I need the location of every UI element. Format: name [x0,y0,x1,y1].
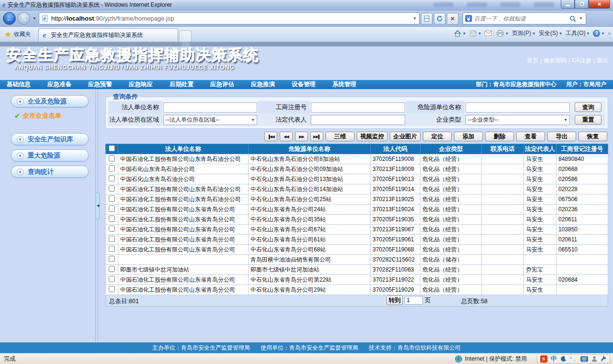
row-checkbox[interactable] [109,205,115,212]
favorites-button[interactable]: ★ 收藏夹 [0,27,36,42]
hazard-name-input[interactable] [465,102,570,113]
delete-button[interactable]: 删除 [485,132,514,141]
row-checkbox[interactable] [109,185,115,192]
table-row[interactable]: 中国石油化工股份有限公司山东省青岛分公司中石化山东省青岛分公司67站370213… [106,225,608,235]
safety-menu[interactable]: 安全(S)▾ [539,29,561,37]
three-d-button[interactable]: 三维 [326,132,354,141]
punctuation-icon[interactable]: °， [570,355,577,363]
row-checkbox[interactable] [109,226,115,232]
help-menu[interactable]: ?▾ [593,30,603,37]
menu-emergency-warning[interactable]: 应急预警 [88,80,112,89]
col-corp-code[interactable]: 法人代码 [371,144,420,154]
tools-menu[interactable]: 工具(O)▾ [566,29,589,37]
restore-button[interactable] [575,0,589,9]
corp-name-input[interactable] [163,102,257,113]
menu-equipment-mgmt[interactable]: 设备管理 [292,80,316,89]
refresh-button[interactable] [434,13,445,24]
chinese-mode-icon[interactable]: 中 [551,354,557,363]
forward-button[interactable]: → [17,12,30,25]
wrench-icon[interactable] [601,356,607,362]
browser-tab[interactable]: e 安全生产应急救援指挥辅助决策系统 [38,28,178,42]
address-bar[interactable]: e http://localhost:90/yjzh/frame/homepag… [39,12,420,24]
menu-system-mgmt[interactable]: 系统管理 [332,80,356,89]
add-button[interactable]: 添加 [454,132,483,141]
row-checkbox[interactable] [109,195,115,202]
row-checkbox[interactable] [109,165,115,171]
row-checkbox[interactable] [109,236,115,242]
legal-rep-input[interactable] [311,115,405,125]
table-row[interactable]: 中国石油化工股份有限公司山东省青岛分公司中石化山东省青岛分公司29站370205… [106,285,608,295]
row-checkbox[interactable] [109,155,115,161]
link-logout[interactable]: 退出 [597,57,608,65]
table-row[interactable]: 中国石油化工股份有限公司山东省青岛分公司中石化山东省青岛分公司24站370213… [106,205,608,215]
row-checkbox[interactable] [109,216,115,222]
table-row[interactable]: 青岛田横中油油品销售有限公司370282C115602危化品（储存） [106,255,608,265]
col-enterprise-type[interactable]: 企业类型 [420,144,482,154]
sogou-icon[interactable]: S [540,355,547,363]
sidebar-group-safety-knowledge[interactable]: ∨ 安全生产知识库 [11,133,89,145]
prev-page-button[interactable]: ◀◀ [280,132,293,141]
table-row[interactable]: 中国石化山东青岛石油分公司中石化山东青岛石油分公司09加油站370213F119… [106,164,608,174]
col-business-reg-no[interactable]: 工商登记注册号 [556,144,608,154]
view-button[interactable]: 查看 [516,132,545,141]
search-button[interactable]: 查询 [575,102,602,112]
enterprise-type-select[interactable]: --企业类型--▼ [465,115,570,125]
row-checkbox[interactable] [109,286,115,292]
new-tab-stub[interactable] [179,30,192,42]
search-dropdown-icon[interactable]: ▼ [579,16,583,21]
page-menu[interactable]: 页面(P)▾ [512,29,534,37]
row-checkbox[interactable] [109,276,115,282]
page-number-input[interactable] [405,296,423,305]
reg-no-input[interactable] [311,102,405,113]
col-phone[interactable]: 联系电话 [482,144,524,154]
sidebar-group-enterprise-hazard[interactable]: ∨ 企业及危险源 [11,95,89,107]
search-magnifier-icon[interactable] [569,15,576,22]
home-button[interactable]: ▾ [454,30,465,37]
mail-button[interactable] [485,30,492,37]
locate-button[interactable]: 定位 [423,132,452,141]
menu-emergency-prep[interactable]: 应急准备 [47,80,71,89]
table-row[interactable]: 中国石化山东青岛石油分公司中石化山东青岛石油分公司13加油站370205F119… [106,174,608,184]
row-checkbox[interactable] [109,175,115,182]
table-row[interactable]: 中国石油化工股份有限公司山东青岛石油分公司中石化山东青岛石油分公司25站3702… [106,194,608,205]
table-row[interactable]: 中国石油化工股份有限公司山东省青岛分公司中石化山东省青岛分公司61站370205… [106,235,608,245]
sidebar-item-city-enterprise-list[interactable]: ✔ 全市企业名单 [14,112,100,120]
moon-icon[interactable] [560,356,567,362]
video-monitor-button[interactable]: 视频监控 [357,132,387,141]
close-button[interactable]: × [589,0,610,9]
sidebar-group-major-hazard[interactable]: ∨ 重大危险源 [11,149,89,161]
next-page-button[interactable]: ▶▶ [295,132,308,141]
reset-button[interactable]: 重置 [575,115,602,125]
col-legal-rep[interactable]: 法定代表人 [524,144,556,154]
sidebar-collapse-handle[interactable]: ◄ [95,192,100,220]
link-change-password[interactable]: 修改密码 [544,57,567,65]
row-checkbox[interactable] [109,256,115,262]
col-hazard-name[interactable]: 危险源单位名称 [249,144,371,154]
search-input[interactable] [474,15,568,22]
row-checkbox[interactable] [109,266,115,272]
table-row[interactable]: 中国石油化工股份有限公司山东省青岛分公司中石化山东省青岛分公司35站370205… [106,215,608,225]
overflow-chevron-icon[interactable]: » [608,31,610,36]
address-dropdown-icon[interactable]: ▼ [413,16,417,21]
last-page-button[interactable]: ▶▶▌ [310,132,323,141]
enterprise-photo-button[interactable]: 企业图片 [390,132,420,141]
stop-button[interactable]: × [447,13,458,24]
first-page-button[interactable]: ▐◀◀ [264,132,277,141]
table-row[interactable]: 即墨市七级镇中岔河加油站即墨市七级镇中岔河加油站370282F110063危化品… [106,265,608,275]
minimize-button[interactable] [561,0,575,9]
back-button[interactable]: ← [3,12,16,25]
menu-emergency-response[interactable]: 应急响应 [129,80,153,89]
table-row[interactable]: 中国石油化工股份有限公司山东青岛石油分公司中石化山东青岛石油分公司8加油站370… [106,154,608,164]
search-box[interactable]: ▼ [463,12,586,24]
link-home[interactable]: 首页 [527,57,538,65]
region-select[interactable]: --法人单位所在区域--▼ [163,115,257,125]
table-row[interactable]: 中国石油化工股份有限公司山东省青岛分公司中石化山东省青岛分公司68站370205… [106,245,608,255]
restore-button-grid[interactable]: 恢复 [579,132,607,141]
user-icon[interactable] [591,356,597,362]
goto-page-button[interactable]: 转到 [386,296,403,305]
row-checkbox[interactable] [109,246,115,252]
history-dropdown-icon[interactable]: ▼ [33,16,36,21]
select-all-checkbox[interactable] [109,145,115,151]
col-corp-name[interactable]: 法人单位名称 [118,144,249,154]
table-row[interactable]: 中国石油化工股份有限公司山东省青岛分公司中石化山东省青岛分公司第22站37021… [106,275,608,285]
